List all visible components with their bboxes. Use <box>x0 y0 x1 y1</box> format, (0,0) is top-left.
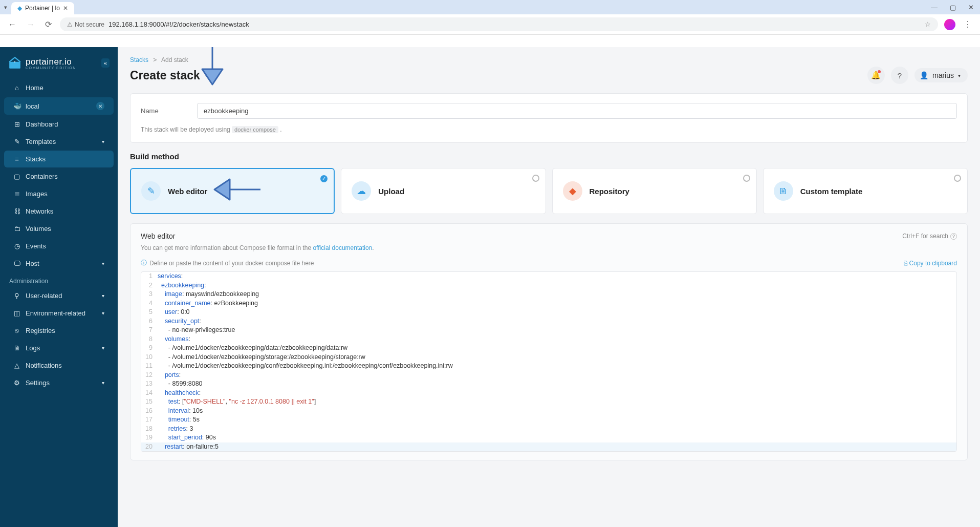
sidebar-item-label: Home <box>26 84 43 92</box>
sidebar-item-label: Volumes <box>26 225 51 233</box>
window-minimize-icon[interactable]: — <box>929 4 940 11</box>
security-badge[interactable]: ⚠ Not secure <box>67 21 104 28</box>
sidebar-item-label: Logs <box>26 344 40 352</box>
window-close-icon[interactable]: ✕ <box>966 4 976 11</box>
sidebar-item-user-related[interactable]: ⚲User-related▾ <box>4 287 114 304</box>
nav-reload-icon[interactable]: ⟳ <box>43 17 54 31</box>
code-line[interactable]: 20 restart: on-failure:5 <box>141 442 956 452</box>
menu-icon: ⚙ <box>13 379 20 387</box>
menu-icon: 🖵 <box>13 260 20 267</box>
code-line[interactable]: 15 test: ["CMD-SHELL", "nc -z 127.0.0.1 … <box>141 397 956 407</box>
notification-dot <box>878 70 881 73</box>
code-line[interactable]: 11 - /volume1/docker/ezbookkeeping/conf/… <box>141 362 956 371</box>
tab-close-icon[interactable]: ✕ <box>63 5 68 12</box>
stack-name-input[interactable] <box>197 103 957 119</box>
sidebar-item-volumes[interactable]: 🗀Volumes <box>4 220 114 237</box>
menu-icon: ▢ <box>13 173 20 180</box>
editor-desc-post: . <box>372 244 374 251</box>
sidebar-item-label: Settings <box>26 379 50 387</box>
user-menu[interactable]: 👤 marius ▾ <box>914 68 968 82</box>
warning-icon: ⚠ <box>67 21 73 28</box>
sidebar-item-label: Dashboard <box>26 120 58 128</box>
tab-dropdown-icon[interactable]: ▾ <box>4 4 7 11</box>
sidebar-item-stacks[interactable]: ≡Stacks <box>4 151 114 167</box>
sidebar-item-label: User-related <box>26 292 62 300</box>
code-line[interactable]: 4 container_name: ezBookkeeping <box>141 299 956 308</box>
code-line[interactable]: 7 - no-new-privileges:true <box>141 326 956 335</box>
docker-icon: 🐳 <box>13 102 20 110</box>
breadcrumb-root[interactable]: Stacks <box>130 56 148 64</box>
build-method-custom-template[interactable]: 🗎Custom template <box>763 168 968 214</box>
method-label: Custom template <box>800 187 863 196</box>
code-line[interactable]: 17 timeout: 5s <box>141 415 956 425</box>
menu-icon: ⎋ <box>13 327 20 334</box>
close-env-icon[interactable]: ✕ <box>96 102 104 110</box>
sidebar-item-home[interactable]: ⌂ Home <box>4 79 114 96</box>
code-line[interactable]: 19 start_period: 90s <box>141 433 956 442</box>
help-icon[interactable]: ? <box>950 233 957 240</box>
page-title: Create stack <box>130 69 200 82</box>
url-input[interactable]: ⚠ Not secure 192.168.1.18:9000/#!/2/dock… <box>60 17 938 31</box>
sidebar-item-registries[interactable]: ⎋Registries <box>4 322 114 339</box>
code-line[interactable]: 14 healthcheck: <box>141 389 956 398</box>
sidebar-collapse-button[interactable]: « <box>101 58 110 68</box>
code-line[interactable]: 8 volumes: <box>141 335 956 344</box>
build-method-repository[interactable]: ◆Repository <box>552 168 757 214</box>
radio-icon <box>954 175 961 182</box>
web-editor-panel: Web editor Ctrl+F for search ? You can g… <box>130 223 968 460</box>
code-line[interactable]: 9 - /volume1/docker/ezbookkeeping/data:/… <box>141 344 956 353</box>
sidebar-item-events[interactable]: ◷Events <box>4 238 114 255</box>
editor-define-hint: ⓘ Define or paste the content of your do… <box>141 259 314 267</box>
sidebar-item-containers[interactable]: ▢Containers <box>4 168 114 185</box>
code-line[interactable]: 10 - /volume1/docker/ezbookkeeping/stora… <box>141 353 956 362</box>
deploy-note-post: . <box>280 126 281 133</box>
code-line[interactable]: 12 ports: <box>141 371 956 380</box>
tab-title: Portainer | lo <box>25 5 60 12</box>
sidebar-item-notifications[interactable]: △Notifications <box>4 357 114 374</box>
sidebar-item-templates[interactable]: ✎Templates▾ <box>4 133 114 150</box>
build-method-web-editor[interactable]: ✎Web editor <box>130 168 335 214</box>
refresh-icon[interactable]: ⟳ <box>205 71 212 80</box>
menu-icon: ◫ <box>13 309 20 317</box>
code-line[interactable]: 6 security_opt: <box>141 317 956 326</box>
info-icon: ⓘ <box>141 259 147 267</box>
copy-icon: ⎘ <box>904 260 907 267</box>
menu-icon: ⚲ <box>13 292 20 300</box>
help-button[interactable]: ? <box>891 67 908 84</box>
notifications-button[interactable]: 🔔 <box>867 67 885 84</box>
code-line[interactable]: 18 retries: 3 <box>141 425 956 434</box>
code-line[interactable]: 16 interval: 10s <box>141 407 956 416</box>
chevron-down-icon: ▾ <box>102 345 104 351</box>
code-line[interactable]: 13 - 8599:8080 <box>141 380 956 389</box>
build-method-upload[interactable]: ☁Upload <box>341 168 546 214</box>
bookmark-star-icon[interactable]: ☆ <box>925 20 931 28</box>
code-editor[interactable]: 1services:2 ezbookkeeping:3 image: maysw… <box>141 271 957 452</box>
nav-back-icon[interactable]: ← <box>6 18 18 31</box>
nav-forward-icon[interactable]: → <box>25 18 37 31</box>
code-line[interactable]: 3 image: mayswind/ezbookkeeping <box>141 290 956 299</box>
breadcrumb-leaf: Add stack <box>161 56 188 64</box>
sidebar-item-local[interactable]: 🐳 local ✕ <box>4 97 114 115</box>
sidebar-item-networks[interactable]: ⛓Networks <box>4 203 114 220</box>
code-line[interactable]: 1services: <box>141 272 956 281</box>
sidebar-item-images[interactable]: ≣Images <box>4 185 114 202</box>
sidebar-item-host[interactable]: 🖵Host▾ <box>4 255 114 272</box>
code-line[interactable]: 5 user: 0:0 <box>141 308 956 317</box>
chevron-down-icon: ▾ <box>102 310 104 316</box>
sidebar-item-dashboard[interactable]: ⊞Dashboard <box>4 116 114 133</box>
sidebar: portainer.io COMMUNITY EDITION « ⌂ Home … <box>0 47 118 527</box>
profile-avatar[interactable] <box>944 19 955 30</box>
copy-to-clipboard-button[interactable]: ⎘ Copy to clipboard <box>904 260 957 267</box>
sidebar-item-label: Templates <box>26 138 56 145</box>
window-maximize-icon[interactable]: ▢ <box>948 4 958 11</box>
logo[interactable]: portainer.io COMMUNITY EDITION « <box>0 53 118 79</box>
sidebar-item-logs[interactable]: 🗎Logs▾ <box>4 340 114 356</box>
browser-tab[interactable]: ◆ Portainer | lo ✕ <box>11 2 74 14</box>
browser-menu-icon[interactable]: ⋮ <box>962 17 974 31</box>
sidebar-item-settings[interactable]: ⚙Settings▾ <box>4 374 114 391</box>
sidebar-item-environment-related[interactable]: ◫Environment-related▾ <box>4 305 114 322</box>
breadcrumb-sep: > <box>153 56 157 64</box>
method-label: Upload <box>378 187 404 196</box>
code-line[interactable]: 2 ezbookkeeping: <box>141 281 956 290</box>
editor-doc-link[interactable]: official documentation <box>313 244 372 251</box>
